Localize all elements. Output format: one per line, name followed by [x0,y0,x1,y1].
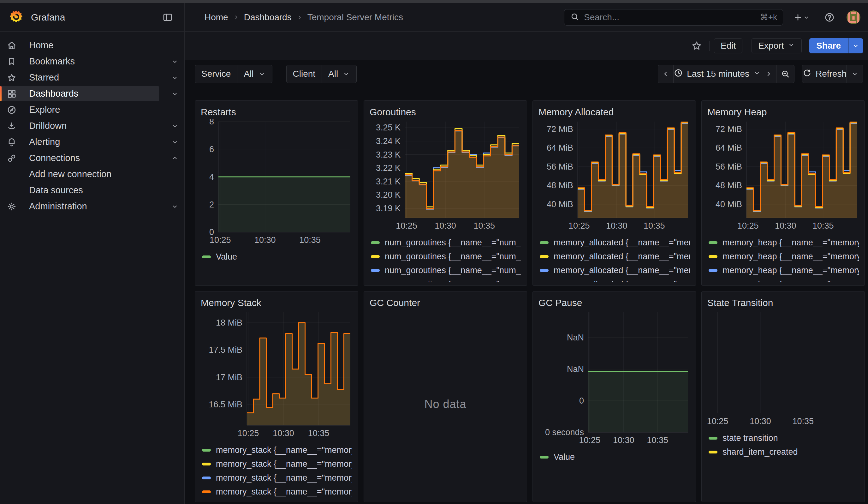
legend-item[interactable]: memory_allocated {__name__="memo [540,249,690,263]
chevron-down-icon[interactable] [165,53,184,70]
timeseries-chart[interactable]: 72 MiB64 MiB56 MiB48 MiB40 MiB10:2510:30… [707,119,859,231]
export-button[interactable]: Export [752,38,802,53]
legend-label: memory_heap {__name__="memory_h [723,279,859,282]
sidebar-item-link[interactable]: Connections [0,150,165,166]
legend-item[interactable]: state transition [709,431,859,445]
time-range-picker[interactable]: Last 15 minutes [673,65,761,83]
sidebar-item-link[interactable]: Home [0,37,184,53]
avatar[interactable] [847,10,860,24]
svg-text:72 MiB: 72 MiB [547,124,573,134]
home-icon [6,40,17,51]
time-shift-forward-button[interactable] [761,65,776,83]
legend-item[interactable]: memory_stack {__name__="memory_s [202,485,352,498]
legend-item[interactable]: memory_allocated {__name__="memo [540,277,690,282]
svg-text:48 MiB: 48 MiB [715,181,742,190]
chevron-down-icon[interactable] [165,198,184,214]
time-shift-back-button[interactable] [658,65,674,83]
help-icon[interactable] [822,9,837,25]
legend-item[interactable]: Value [540,450,690,464]
legend-item[interactable]: memory_heap {__name__="memory_h [709,277,859,282]
legend-item[interactable]: memory_heap {__name__="memory_h [709,236,859,249]
breadcrumb-item[interactable]: Home [205,12,228,22]
panel-title[interactable]: State Transition [707,296,859,310]
timeseries-chart[interactable]: 8642010:2510:3010:35 [201,119,352,245]
panel-title[interactable]: Restarts [201,105,352,119]
svg-text:0 seconds: 0 seconds [545,428,584,437]
panel-title[interactable]: Memory Heap [707,105,859,119]
panel-title[interactable]: Memory Stack [201,296,352,310]
client-filter-value[interactable]: All [322,65,356,83]
svg-text:16.5 MiB: 16.5 MiB [209,400,242,409]
sidebar-item-alerting: Alerting [0,134,184,150]
legend-item[interactable]: memory_allocated {__name__="memo [540,263,690,277]
edit-button[interactable]: Edit [714,38,742,53]
sidebar-item-link[interactable]: Explore [0,102,184,118]
svg-text:10:25: 10:25 [737,221,759,230]
breadcrumb-item[interactable]: Dashboards [244,12,292,22]
svg-text:10:35: 10:35 [793,416,814,426]
chevron-down-icon[interactable] [165,85,184,102]
refresh-interval-dropdown[interactable] [847,65,863,83]
legend-item[interactable]: memory_stack {__name__="memory_s [202,443,352,457]
legend-marker [709,241,717,244]
refresh-button[interactable]: Refresh [802,65,847,83]
legend-item[interactable]: memory_allocated {__name__="memo [540,236,690,249]
legend-item[interactable]: memory_heap {__name__="memory_h [709,263,859,277]
sidebar-item-label: Explore [29,104,60,115]
chevron-up-icon[interactable] [165,150,184,166]
grafana-logo-icon[interactable] [9,10,23,25]
sidebar-item-link[interactable]: Drilldown [0,118,165,134]
sidebar-toggle-icon[interactable] [160,9,175,25]
sidebar-item-link[interactable]: Bookmarks [0,53,165,70]
timeseries-chart[interactable]: 72 MiB64 MiB56 MiB48 MiB40 MiB10:2510:30… [538,119,690,231]
legend-marker [202,491,211,493]
svg-text:10:35: 10:35 [813,221,834,230]
nav-actions [790,9,860,25]
zoom-out-button[interactable] [776,65,794,83]
svg-text:3.23 K: 3.23 K [376,150,401,160]
panel-title[interactable]: Memory Allocated [538,105,690,119]
panel-gc_counter: GC CounterNo data [364,291,527,502]
sidebar-item-bookmarks: Bookmarks [0,53,184,70]
svg-text:3.22 K: 3.22 K [376,163,401,173]
chevron-down-icon [258,70,266,78]
chevron-down-icon[interactable] [165,134,184,150]
chevron-down-icon[interactable] [165,70,184,85]
legend-item[interactable]: num_goroutines {__name__="num_go [371,263,521,277]
timeseries-chart[interactable]: 10:2510:3010:35 [707,310,859,426]
legend-item[interactable]: num_goroutines {__name__="num_go [371,236,521,249]
sidebar-item-link[interactable]: Administration [0,198,165,214]
top-nav: HomeDashboardsTemporal Server Metrics Se… [185,3,868,32]
legend-item[interactable]: memory_heap {__name__="memory_h [709,249,859,263]
add-button[interactable] [790,9,813,25]
timeseries-chart[interactable]: NaNNaN00 seconds10:2510:3010:35 [538,310,690,445]
share-button[interactable]: Share [809,38,848,53]
legend-item[interactable]: memory_stack {__name__="memory_s [202,457,352,471]
panel-title[interactable]: GC Counter [370,296,521,310]
timeseries-chart[interactable]: 3.25 K3.24 K3.23 K3.22 K3.21 K3.20 K3.19… [370,119,521,231]
sidebar-item-label: Data sources [29,185,83,195]
search-input[interactable]: Search... ⌘+k [564,9,783,25]
sidebar-item-link[interactable]: Add new connection [0,166,184,182]
chevron-down-icon[interactable] [165,118,184,134]
star-dashboard-button[interactable] [689,38,705,54]
legend-item[interactable]: num_goroutines {__name__="num_go [371,277,521,282]
legend-item[interactable]: shard_item_created [709,445,859,459]
sidebar-item-link[interactable]: Starred [0,70,165,85]
panel-title[interactable]: Goroutines [370,105,521,119]
legend-label: Value [216,252,237,262]
timeseries-chart[interactable]: 18 MiB17.5 MiB17 MiB16.5 MiB10:2510:3010… [201,310,352,439]
panel-legend: Value [538,450,690,464]
panel-title[interactable]: GC Pause [538,296,690,310]
service-filter-value[interactable]: All [237,65,272,83]
legend-item[interactable]: memory_stack {__name__="memory_s [202,471,352,485]
sidebar-item-starred: Starred [0,70,184,85]
share-dropdown-button[interactable] [848,38,863,53]
sidebar-item-link[interactable]: Data sources [0,182,184,198]
svg-text:0: 0 [579,396,584,405]
svg-text:3.19 K: 3.19 K [376,204,401,213]
legend-label: memory_heap {__name__="memory_h [723,238,859,248]
sidebar-item-link[interactable]: Alerting [0,134,165,150]
legend-item[interactable]: Value [202,250,352,264]
legend-item[interactable]: num_goroutines {__name__="num_go [371,249,521,263]
